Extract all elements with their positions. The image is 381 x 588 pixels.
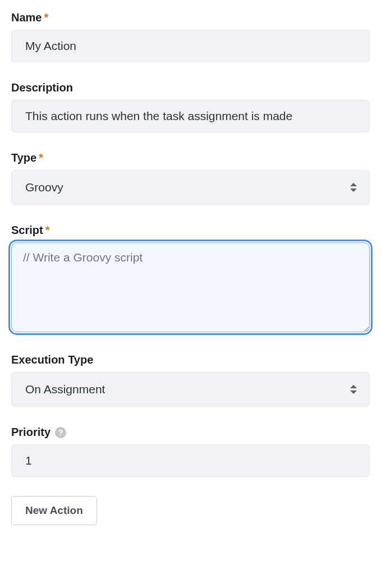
help-icon[interactable]: ?: [55, 427, 66, 438]
type-label: Type: [11, 151, 36, 164]
priority-input[interactable]: [11, 444, 370, 477]
name-label: Name: [11, 11, 42, 24]
form-group-script: Script *: [11, 224, 370, 334]
required-star: *: [39, 151, 43, 164]
label-row-script: Script *: [11, 224, 370, 237]
form-group-description: Description: [11, 81, 370, 132]
execution-type-select[interactable]: [11, 372, 370, 407]
type-select[interactable]: [11, 170, 370, 205]
form-group-priority: Priority ?: [11, 426, 370, 477]
execution-type-select-wrap: [11, 372, 370, 407]
label-row-name: Name *: [11, 11, 370, 24]
label-row-priority: Priority ?: [11, 426, 370, 439]
new-action-button[interactable]: New Action: [11, 496, 97, 525]
form-group-name: Name *: [11, 11, 370, 62]
execution-type-label: Execution Type: [11, 353, 93, 366]
label-row-execution-type: Execution Type: [11, 353, 370, 366]
priority-label: Priority: [11, 426, 51, 439]
script-textarea[interactable]: [11, 242, 370, 332]
form-group-type: Type *: [11, 151, 370, 205]
required-star: *: [45, 224, 50, 237]
label-row-type: Type *: [11, 151, 370, 164]
name-input[interactable]: [11, 30, 370, 62]
required-star: *: [44, 11, 48, 24]
script-label: Script: [11, 224, 43, 237]
description-label: Description: [11, 81, 73, 94]
label-row-description: Description: [11, 81, 370, 94]
description-input[interactable]: [11, 100, 370, 132]
form-group-execution-type: Execution Type: [11, 353, 370, 407]
type-select-wrap: [11, 170, 370, 205]
